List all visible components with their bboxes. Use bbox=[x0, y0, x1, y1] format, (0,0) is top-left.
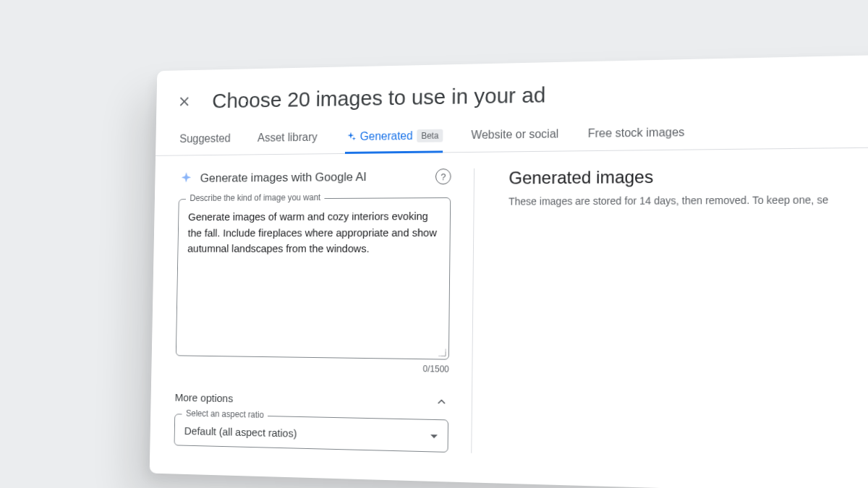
prompt-field: Describe the kind of image you want bbox=[176, 197, 451, 360]
dialog-header: Choose 20 images to use in your ad bbox=[156, 53, 868, 126]
results-panel: Generated images These images are stored… bbox=[506, 164, 868, 465]
tab-label: Suggested bbox=[179, 132, 231, 145]
generator-panel: Generate images with Google AI ? Describ… bbox=[174, 168, 475, 453]
more-options-label: More options bbox=[175, 390, 234, 403]
chevron-down-icon bbox=[430, 435, 438, 438]
prompt-label: Describe the kind of image you want bbox=[186, 192, 325, 203]
results-heading: Generated images bbox=[509, 164, 868, 188]
prompt-textarea[interactable] bbox=[186, 208, 440, 346]
generator-heading: Generate images with Google AI bbox=[200, 169, 429, 185]
close-icon bbox=[177, 93, 192, 108]
resize-handle-icon[interactable] bbox=[438, 348, 446, 356]
results-storage-note: These images are stored for 14 days, the… bbox=[509, 193, 868, 207]
chevron-up-icon bbox=[434, 394, 448, 409]
tab-label: Website or social bbox=[471, 127, 558, 142]
tab-free-stock[interactable]: Free stock images bbox=[587, 118, 684, 150]
image-picker-dialog: Choose 20 images to use in your ad Sugge… bbox=[150, 53, 868, 488]
tab-website-social[interactable]: Website or social bbox=[471, 120, 558, 153]
tab-suggested[interactable]: Suggested bbox=[179, 125, 231, 155]
sparkle-icon bbox=[345, 131, 356, 142]
tab-label: Free stock images bbox=[588, 125, 685, 140]
tab-label: Generated bbox=[360, 129, 413, 143]
generator-heading-row: Generate images with Google AI ? bbox=[179, 168, 451, 187]
dialog-body: Generate images with Google AI ? Describ… bbox=[150, 147, 868, 465]
aspect-ratio-label: Select an aspect ratio bbox=[182, 408, 268, 419]
help-icon: ? bbox=[441, 171, 446, 181]
close-button[interactable] bbox=[175, 91, 194, 111]
tab-asset-library[interactable]: Asset library bbox=[258, 124, 318, 155]
tab-generated[interactable]: Generated Beta bbox=[344, 121, 443, 153]
dialog-title: Choose 20 images to use in your ad bbox=[212, 82, 546, 113]
beta-badge: Beta bbox=[417, 129, 443, 142]
sparkle-icon bbox=[179, 171, 194, 186]
tab-label: Asset library bbox=[258, 131, 318, 145]
aspect-ratio-value: Default (all aspect ratios) bbox=[184, 424, 297, 439]
character-counter: 0/1500 bbox=[175, 360, 448, 374]
aspect-ratio-select[interactable]: Select an aspect ratio Default (all aspe… bbox=[174, 414, 449, 453]
help-button[interactable]: ? bbox=[435, 168, 451, 184]
